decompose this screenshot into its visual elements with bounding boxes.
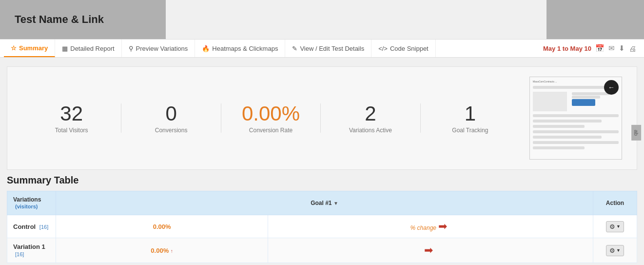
preview-thumbnail: ← MassComContracts ... bbox=[529, 77, 622, 160]
summary-table: Variations (visitors) Goal #1 ▼ Action C… bbox=[7, 191, 637, 263]
td-var1-change: ➡ bbox=[268, 238, 593, 263]
tl-10 bbox=[533, 146, 585, 149]
td-control-action: ⚙ ▼ bbox=[593, 215, 637, 238]
table-row: Variation 1 [16] 0.00% ↑ ➡ ⚙ ▼ bbox=[7, 238, 637, 263]
gear-icon: ⚙ bbox=[609, 223, 615, 230]
stat-conversions-value: 0 bbox=[121, 102, 220, 125]
td-var1-action: ⚙ ▼ bbox=[593, 238, 637, 263]
stats-grid: 32 Total Visitors 0 Conversions 0.00% Co… bbox=[22, 102, 520, 134]
control-action-button[interactable]: ⚙ ▼ bbox=[606, 221, 624, 232]
thumb-text-col bbox=[572, 92, 619, 111]
print-icon[interactable]: 🖨 bbox=[629, 44, 636, 53]
date-range-text: May 1 to May 10 bbox=[543, 45, 591, 52]
summary-table-title: Summary Table bbox=[7, 175, 637, 186]
table-header-row: Variations (visitors) Goal #1 ▼ Action bbox=[7, 191, 637, 215]
tab-detailed-label: Detailed Report bbox=[70, 45, 114, 52]
td-var1-name: Variation 1 [16] bbox=[7, 238, 56, 263]
stat-rate-value: 0.00% bbox=[221, 102, 320, 125]
stat-goal-tracking: 1 Goal Tracking bbox=[421, 102, 520, 134]
tab-detailed-report[interactable]: ▦ Detailed Report bbox=[55, 40, 121, 57]
tab-preview-variations[interactable]: ⚲ Preview Variations bbox=[122, 40, 195, 57]
tl-5 bbox=[533, 120, 602, 122]
pencil-icon: ✎ bbox=[292, 45, 297, 52]
flame-icon: 🔥 bbox=[202, 45, 210, 52]
tl-9 bbox=[533, 141, 619, 144]
star-icon: ☆ bbox=[11, 44, 17, 52]
tab-heatmaps-label: Heatmaps & Clickmaps bbox=[212, 45, 278, 52]
tab-code-label: Code Snippet bbox=[390, 45, 429, 52]
tl-8 bbox=[533, 136, 602, 139]
date-range-bar: May 1 to May 10 📅 ✉ ⬇ 🖨 bbox=[543, 44, 640, 53]
stat-variations-value: 2 bbox=[321, 102, 420, 125]
tl-4 bbox=[533, 114, 619, 117]
test-name: Test Name & Link bbox=[15, 13, 104, 26]
var1-action-cell: ⚙ ▼ bbox=[599, 245, 631, 256]
tl-2 bbox=[572, 96, 600, 99]
td-control-name: Control [16] bbox=[7, 215, 56, 238]
side-tab[interactable]: ab bbox=[631, 124, 641, 140]
stat-conversions: 0 Conversions bbox=[121, 102, 220, 134]
test-name-box: Test Name & Link bbox=[0, 0, 166, 39]
gear-icon-2: ⚙ bbox=[609, 247, 615, 254]
top-header: Test Name & Link bbox=[0, 0, 644, 39]
tab-summary-label: Summary bbox=[19, 44, 48, 52]
td-var1-rate: 0.00% ↑ bbox=[56, 238, 268, 263]
email-icon[interactable]: ✉ bbox=[608, 44, 615, 53]
tab-preview-label: Preview Variations bbox=[136, 45, 188, 52]
arrow-icon-control: ➡ bbox=[438, 220, 447, 233]
search-icon: ⚲ bbox=[129, 45, 134, 52]
tabs-container: ☆ Summary ▦ Detailed Report ⚲ Preview Va… bbox=[4, 40, 436, 57]
th-variations: Variations (visitors) bbox=[7, 191, 56, 215]
stat-conversions-label: Conversions bbox=[121, 127, 220, 134]
stat-conversion-rate: 0.00% Conversion Rate bbox=[221, 102, 320, 134]
download-icon[interactable]: ⬇ bbox=[619, 44, 625, 53]
arrow-icon-var1: ➡ bbox=[424, 244, 433, 257]
stat-rate-label: Conversion Rate bbox=[221, 127, 320, 134]
tab-bar: ☆ Summary ▦ Detailed Report ⚲ Preview Va… bbox=[0, 39, 644, 58]
tab-heatmaps[interactable]: 🔥 Heatmaps & Clickmaps bbox=[195, 40, 285, 57]
stat-total-visitors: 32 Total Visitors bbox=[22, 102, 121, 134]
tab-view-edit[interactable]: ✎ View / Edit Test Details bbox=[285, 40, 371, 57]
thumb-image-box bbox=[533, 92, 567, 111]
stat-goal-value: 1 bbox=[421, 102, 520, 125]
summary-table-section: Summary Table Variations (visitors) Goal… bbox=[7, 175, 637, 263]
calendar-icon[interactable]: 📅 bbox=[595, 44, 605, 53]
table-row: Control [16] 0.00% % change ➡ ⚙ ▼ bbox=[7, 215, 637, 238]
th-goal: Goal #1 ▼ bbox=[56, 191, 593, 215]
tab-code-snippet[interactable]: </> Code Snippet bbox=[371, 40, 436, 57]
caret-icon: ▼ bbox=[616, 224, 621, 229]
tl-6 bbox=[533, 125, 585, 128]
caret-icon-2: ▼ bbox=[616, 248, 621, 253]
thumb-image-row bbox=[533, 92, 619, 111]
td-control-change: % change ➡ bbox=[268, 215, 593, 238]
chart-icon: ▦ bbox=[62, 45, 68, 52]
td-control-rate: 0.00% bbox=[56, 215, 268, 238]
tl-7 bbox=[533, 130, 619, 133]
stat-visitors-label: Total Visitors bbox=[22, 127, 121, 134]
goal-dropdown-icon[interactable]: ▼ bbox=[333, 201, 338, 206]
th-action: Action bbox=[593, 191, 637, 215]
code-icon: </> bbox=[378, 45, 388, 52]
stat-visitors-value: 32 bbox=[22, 102, 121, 125]
up-indicator: ↑ bbox=[171, 248, 173, 254]
control-action-cell: ⚙ ▼ bbox=[599, 221, 631, 232]
stat-variations-label: Variations Active bbox=[321, 127, 420, 134]
tab-view-edit-label: View / Edit Test Details bbox=[300, 45, 364, 52]
tl-3 bbox=[572, 99, 595, 106]
var1-action-button[interactable]: ⚙ ▼ bbox=[606, 245, 624, 256]
stats-section: 32 Total Visitors 0 Conversions 0.00% Co… bbox=[7, 66, 637, 170]
top-right-image bbox=[546, 0, 644, 39]
stat-variations: 2 Variations Active bbox=[321, 102, 420, 134]
tl-1 bbox=[572, 92, 609, 95]
tab-summary[interactable]: ☆ Summary bbox=[4, 40, 55, 57]
share-button[interactable]: ← bbox=[604, 80, 619, 95]
stat-goal-label: Goal Tracking bbox=[421, 127, 520, 134]
